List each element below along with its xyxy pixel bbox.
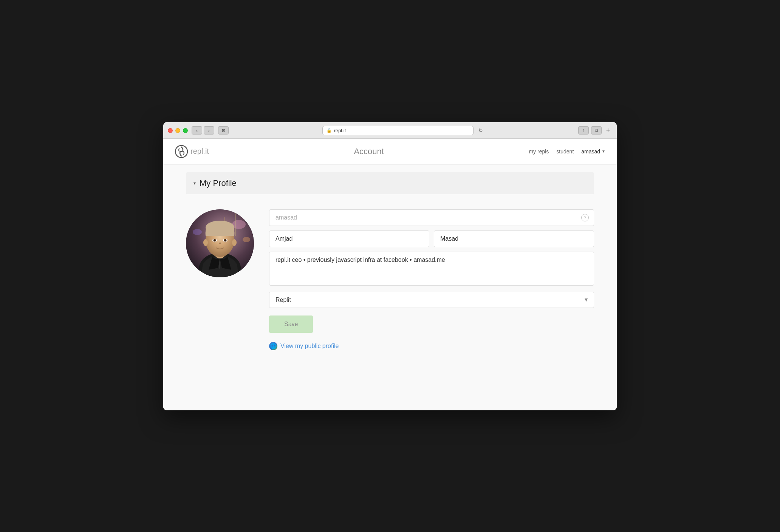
sidebar-toggle-button[interactable]: ⊡ bbox=[218, 126, 229, 135]
minimize-button[interactable] bbox=[175, 128, 180, 133]
close-button[interactable] bbox=[168, 128, 173, 133]
organization-select[interactable]: Replit bbox=[269, 292, 594, 308]
nav-bar: repl.it Account my repls student amasad … bbox=[163, 139, 617, 165]
view-profile-label: View my public profile bbox=[280, 343, 339, 350]
lock-icon: 🔒 bbox=[327, 128, 332, 133]
avatar[interactable] bbox=[186, 209, 254, 277]
svg-point-5 bbox=[243, 237, 250, 242]
user-dropdown-arrow: ▼ bbox=[602, 149, 605, 153]
forward-button[interactable]: › bbox=[204, 126, 214, 135]
view-public-profile-link[interactable]: 🌐 View my public profile bbox=[269, 342, 594, 350]
collapse-arrow-icon[interactable]: ▾ bbox=[193, 181, 196, 186]
my-repls-link[interactable]: my repls bbox=[529, 148, 549, 155]
logo[interactable]: repl.it bbox=[175, 145, 209, 158]
svg-point-18 bbox=[203, 239, 208, 246]
browser-window: ‹ › ⊡ 🔒 repl.it ↻ ↑ bbox=[163, 122, 617, 410]
globe-icon: 🌐 bbox=[269, 342, 277, 350]
logo-text: repl.it bbox=[190, 147, 209, 156]
username-input[interactable] bbox=[269, 209, 594, 226]
svg-rect-7 bbox=[235, 213, 236, 236]
form-section: ? repl.it ceo • previously javascript in… bbox=[269, 209, 594, 350]
logo-icon bbox=[175, 145, 188, 158]
refresh-button[interactable]: ↻ bbox=[477, 126, 485, 135]
duplicate-button[interactable]: ⧉ bbox=[591, 126, 602, 135]
avatar-section bbox=[186, 209, 254, 277]
help-icon[interactable]: ? bbox=[581, 214, 589, 221]
svg-point-19 bbox=[232, 239, 237, 246]
traffic-lights bbox=[168, 128, 188, 133]
svg-point-14 bbox=[214, 240, 215, 241]
share-button[interactable]: ↑ bbox=[578, 126, 589, 135]
maximize-button[interactable] bbox=[183, 128, 188, 133]
student-link[interactable]: student bbox=[556, 148, 574, 155]
section-title: My Profile bbox=[200, 178, 237, 188]
profile-area: ? repl.it ceo • previously javascript in… bbox=[186, 206, 594, 354]
username-label: amasad bbox=[581, 148, 600, 155]
user-menu[interactable]: amasad ▼ bbox=[581, 148, 605, 155]
org-select-wrapper: Replit ▼ bbox=[269, 292, 594, 308]
browser-chrome: ‹ › ⊡ 🔒 repl.it ↻ ↑ bbox=[163, 122, 617, 139]
page-content: repl.it Account my repls student amasad … bbox=[163, 139, 617, 410]
back-button[interactable]: ‹ bbox=[192, 126, 202, 135]
svg-point-4 bbox=[193, 229, 202, 235]
url-text: repl.it bbox=[334, 128, 346, 133]
address-bar[interactable]: 🔒 repl.it bbox=[322, 126, 474, 135]
main-content: ▾ My Profile bbox=[163, 165, 617, 410]
bio-textarea[interactable]: repl.it ceo • previously javascript infr… bbox=[269, 252, 594, 286]
name-row bbox=[269, 230, 594, 247]
new-tab-button[interactable]: + bbox=[604, 126, 612, 135]
save-button[interactable]: Save bbox=[269, 315, 313, 333]
first-name-input[interactable] bbox=[269, 230, 429, 247]
username-field-wrapper: ? bbox=[269, 209, 594, 226]
page-title: Account bbox=[354, 147, 384, 156]
section-header: ▾ My Profile bbox=[186, 172, 594, 194]
svg-point-17 bbox=[224, 240, 226, 241]
last-name-input[interactable] bbox=[434, 230, 594, 247]
avatar-image bbox=[186, 209, 254, 277]
